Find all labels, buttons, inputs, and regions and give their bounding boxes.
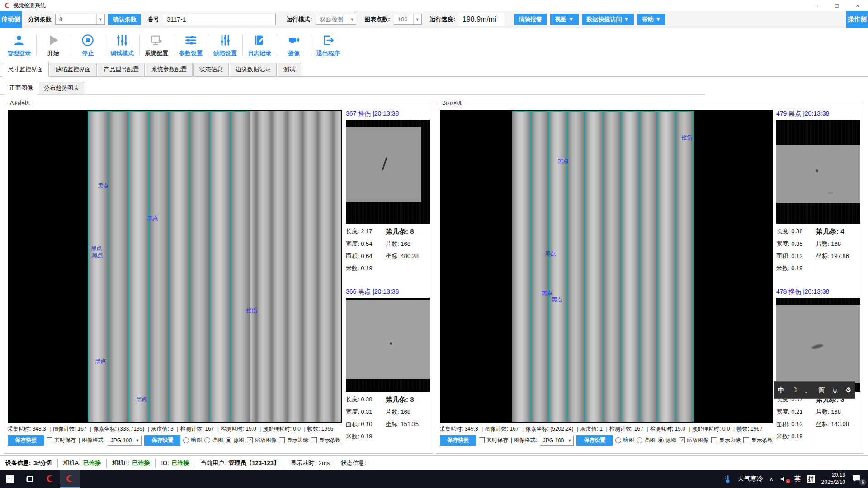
tab-status-info[interactable]: 状态信息 xyxy=(193,63,229,76)
volume-muted-icon[interactable]: × xyxy=(780,475,788,483)
save-settings-button[interactable]: 保存设置 xyxy=(576,435,613,446)
help-menu-button[interactable]: 帮助 ▼ xyxy=(637,14,665,25)
run-speed-value: 198.9m/mi xyxy=(459,13,504,26)
parameter-settings-button[interactable]: 参数设置 xyxy=(174,28,208,62)
tray-chevron-icon[interactable]: ∧ xyxy=(769,476,774,482)
run-mode-select[interactable]: 双面检测 ▼ xyxy=(316,14,356,25)
taskbar-app-icon[interactable] xyxy=(40,470,60,488)
close-button[interactable]: × xyxy=(847,0,868,11)
zoom-image-checkbox[interactable]: ✓缩放图像 xyxy=(679,436,708,444)
maximize-button[interactable]: □ xyxy=(826,0,847,11)
show-count-checkbox[interactable]: 显示条数 xyxy=(743,436,773,444)
defect-header[interactable]: 366 黑点 |20:13:38 xyxy=(346,288,430,298)
app-window: 视觉检测系统 – □ × 传动侧 分切条数 8 ▼ 确认条数 卷号 3117-1… xyxy=(0,0,868,488)
chart-points-label: 图表点数: xyxy=(364,15,390,23)
defect-thumbnail[interactable] xyxy=(776,120,860,224)
original-image-radio[interactable]: 原图 xyxy=(658,436,676,444)
tab-edge-data-record[interactable]: 边缘数据记录 xyxy=(230,63,277,76)
realtime-save-checkbox[interactable]: 实时保存 xyxy=(479,436,508,444)
show-edge-checkbox[interactable]: 显示边缘 xyxy=(711,436,741,444)
save-settings-button[interactable]: 保存设置 xyxy=(144,435,180,446)
show-edge-checkbox[interactable]: 显示边缘 xyxy=(279,436,308,444)
save-snapshot-button[interactable]: 保存快照 xyxy=(8,435,44,446)
taskbar-time: 20:13 xyxy=(821,472,845,479)
zoom-image-checkbox[interactable]: ✓缩放图像 xyxy=(247,436,276,444)
slice-count-select[interactable]: 8 ▼ xyxy=(55,14,105,25)
camera-a-image[interactable]: 黑点 黑点 黑点 黑点 挫伤 黑点 黑点 xyxy=(8,110,342,423)
dark-image-radio[interactable]: 暗图 xyxy=(183,436,202,444)
clear-alarm-button[interactable]: 清除报警 xyxy=(514,14,547,25)
tab-test[interactable]: 测试 xyxy=(278,63,301,76)
notification-center-button[interactable]: 6 xyxy=(852,474,863,484)
title-bar: 视觉检测系统 – □ × xyxy=(0,0,868,11)
strip-overlay xyxy=(512,111,693,422)
defect-header[interactable]: 367 挫伤 |20:13:38 xyxy=(346,110,430,120)
camera-b-controls: 保存快照 实时保存 | 图像格式: JPG 100 ▼ 保存设置 暗图 亮图 原… xyxy=(440,435,774,446)
log-record-button[interactable]: 日志记录 xyxy=(242,28,277,62)
exit-program-button[interactable]: 退出程序 xyxy=(311,28,345,62)
confirm-count-button[interactable]: 确认条数 xyxy=(108,14,141,25)
system-config-button[interactable]: 系统配置 xyxy=(139,28,174,62)
tab-defect-monitor[interactable]: 缺陷监控界面 xyxy=(50,63,97,76)
defect-settings-button[interactable]: 缺陷设置 xyxy=(208,28,242,62)
task-view-button[interactable] xyxy=(20,470,40,488)
ime-toolbar: 中 ☽ 、 简 ☺ ⚙ xyxy=(774,381,855,399)
defect-thumbnail[interactable] xyxy=(776,298,860,392)
defect-thumbnail[interactable] xyxy=(346,120,430,224)
image-format-select[interactable]: JPG 100 ▼ xyxy=(540,436,574,446)
capture-button[interactable]: 摄像 xyxy=(277,28,311,62)
window-title: 视觉检测系统 xyxy=(13,2,46,9)
ime-pinyin-indicator[interactable]: 拼 xyxy=(807,475,815,483)
ime-chinese-mode[interactable]: 中 xyxy=(778,386,785,394)
operator-side-button[interactable]: 操作侧 xyxy=(846,11,868,28)
bright-image-radio[interactable]: 亮图 xyxy=(204,436,223,444)
tab-system-param-config[interactable]: 系统参数配置 xyxy=(146,63,193,76)
roll-number-input[interactable]: 3117-1 xyxy=(163,14,276,25)
debug-mode-button[interactable]: 调试模式 xyxy=(105,28,139,62)
show-count-checkbox[interactable]: 显示条数 xyxy=(311,436,340,444)
weather-text[interactable]: 天气寒冷 xyxy=(738,475,763,483)
system-tray: 天气寒冷 ∧ × 英 拼 20:13 2025/2/10 6 xyxy=(724,472,868,486)
tab-distribution-trend-chart[interactable]: 分布趋势图表 xyxy=(39,82,84,94)
drive-side-button[interactable]: 传动侧 xyxy=(0,11,22,28)
defect-header[interactable]: 478 挫伤 |20:13:38 xyxy=(776,288,860,298)
tab-product-model-config[interactable]: 产品型号配置 xyxy=(98,63,145,76)
tab-size-monitor[interactable]: 尺寸监控界面 xyxy=(2,62,49,77)
image-format-select[interactable]: JPG 100 ▼ xyxy=(108,436,142,446)
ime-emoji-icon[interactable]: ☺ xyxy=(832,386,839,394)
language-indicator[interactable]: 英 xyxy=(794,475,801,483)
bright-image-radio[interactable]: 亮图 xyxy=(637,436,655,444)
start-button[interactable]: 开始 xyxy=(36,28,71,62)
ime-halfmoon-icon[interactable]: ☽ xyxy=(792,386,797,394)
app-logo-icon xyxy=(4,2,10,9)
dark-image-radio[interactable]: 暗图 xyxy=(615,436,634,444)
original-image-radio[interactable]: 原图 xyxy=(226,436,244,444)
defect-mark xyxy=(828,192,833,194)
defect-thumbnail[interactable] xyxy=(346,298,430,392)
roll-number-label: 卷号 xyxy=(147,15,159,23)
login-button[interactable]: 管理登录 xyxy=(2,28,36,62)
ime-settings-gear-icon[interactable]: ⚙ xyxy=(845,386,851,394)
minimize-button[interactable]: – xyxy=(806,0,826,11)
defect-annotation: 黑点 xyxy=(95,357,106,365)
ime-simplified-icon[interactable]: 简 xyxy=(818,386,825,394)
app-status-bar: 设备信息: 3#分切 相机A: 已连接 相机B: 已连接 IO: 已连接 当前用… xyxy=(0,455,868,470)
realtime-save-checkbox[interactable]: 实时保存 xyxy=(47,436,76,444)
save-snapshot-button[interactable]: 保存快照 xyxy=(440,435,476,446)
camera-b-image[interactable]: 挫伤 黑点 黑点 黑点 黑点 xyxy=(440,110,773,423)
ime-punctuation-icon[interactable]: 、 xyxy=(804,386,811,394)
camera-a-connection-segment: 相机A: 已连接 xyxy=(58,459,107,468)
quick-access-menu-button[interactable]: 数据快捷访问 ▼ xyxy=(582,14,634,25)
tab-front-image[interactable]: 正面图像 xyxy=(5,82,38,95)
taskbar-clock[interactable]: 20:13 2025/2/10 xyxy=(821,472,845,486)
stop-button[interactable]: 停止 xyxy=(71,28,105,62)
view-menu-button[interactable]: 视图 ▼ xyxy=(550,14,578,25)
taskbar-app-icon-active[interactable] xyxy=(60,470,80,488)
defect-annotation: 黑点 xyxy=(552,296,562,304)
start-button[interactable] xyxy=(0,470,20,488)
defect-mark xyxy=(390,342,392,345)
defect-annotation: 黑点 xyxy=(92,252,103,259)
camera-a-defect-column: 367 挫伤 |20:13:38 长度: 2.17 第几条: 8 宽度: 0.5… xyxy=(346,110,430,441)
chart-points-select[interactable]: 100 ▼ xyxy=(394,14,422,25)
defect-header[interactable]: 479 黑点 |20:13:38 xyxy=(776,110,860,120)
